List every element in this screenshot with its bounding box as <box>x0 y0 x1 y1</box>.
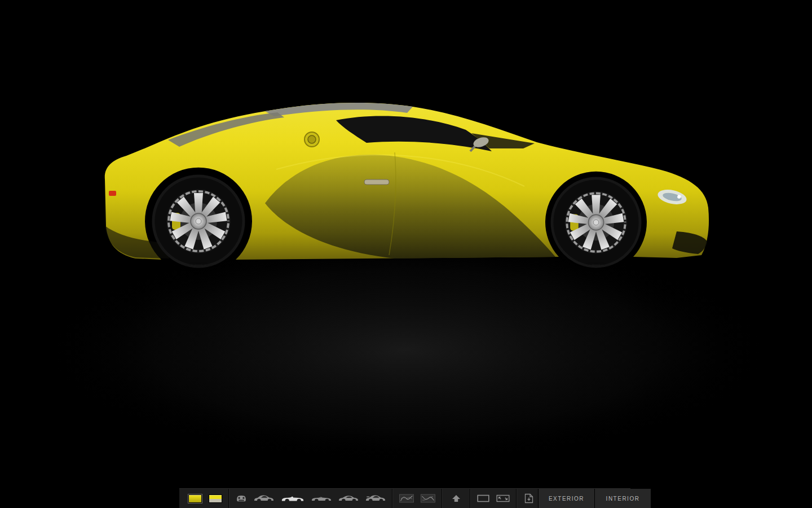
view-tabs: EXTERIOR INTERIOR <box>538 489 651 508</box>
up-arrow-icon <box>449 494 464 503</box>
model-front-view[interactable] <box>232 489 250 508</box>
roof-up-button[interactable] <box>445 489 467 508</box>
tab-exterior[interactable]: EXTERIOR <box>538 489 594 508</box>
view-standard-button[interactable] <box>474 489 493 508</box>
design-sketch-2[interactable] <box>417 489 439 508</box>
car-supersport-icon <box>365 494 386 503</box>
car-speedster-icon <box>311 494 332 503</box>
car-image <box>105 103 709 266</box>
yellow-paint-icon <box>188 494 202 503</box>
car-roadster-icon <box>281 493 304 503</box>
paint-swatch-yellow[interactable] <box>185 489 205 508</box>
pdf-download-icon <box>523 493 535 503</box>
view-fullscreen-button[interactable] <box>493 489 513 508</box>
car-front-icon <box>236 494 247 503</box>
toolbar-divider <box>392 489 393 508</box>
toolbar-divider <box>228 489 230 508</box>
fullscreen-icon <box>496 494 510 503</box>
screen-icon <box>477 494 489 503</box>
sketch-icon <box>399 494 414 503</box>
model-speedster[interactable] <box>308 489 335 508</box>
toolbar-divider <box>470 489 471 508</box>
model-grand-sport-open[interactable] <box>277 489 308 508</box>
tab-interior[interactable]: INTERIOR <box>594 489 651 508</box>
car-render <box>0 0 812 508</box>
bottom-toolbar: EXTERIOR INTERIOR <box>179 488 630 508</box>
configurator-stage: EXTERIOR INTERIOR <box>0 0 812 508</box>
toolbar-divider <box>442 489 443 508</box>
model-super-sport[interactable] <box>362 489 389 508</box>
sketch-icon <box>421 494 435 503</box>
model-coupe-alt[interactable] <box>335 489 362 508</box>
car-coupe-icon <box>254 494 274 503</box>
toolbar-divider <box>516 489 517 508</box>
car-coupe-alt-icon <box>338 494 359 503</box>
two-tone-paint-icon <box>209 494 222 503</box>
pdf-download-button[interactable] <box>520 489 538 508</box>
paint-swatch-two-tone[interactable] <box>205 489 226 508</box>
model-coupe-side[interactable] <box>250 489 277 508</box>
design-sketch-1[interactable] <box>396 489 417 508</box>
